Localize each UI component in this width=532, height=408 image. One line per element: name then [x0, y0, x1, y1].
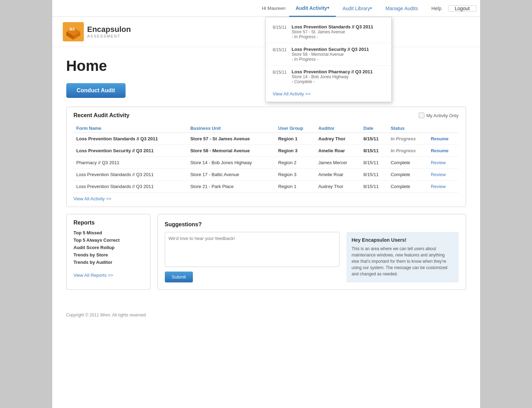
report-item[interactable]: Trends by Auditor: [74, 260, 143, 265]
report-item[interactable]: Trends by Store: [74, 252, 143, 257]
cell-user-group: Region 3: [275, 169, 315, 181]
dropdown-info-3: Loss Prevention Pharmacy // Q3 2011 Stor…: [292, 69, 384, 84]
dropdown-name-1: Loss Prevention Standards // Q3 2011: [292, 24, 384, 29]
report-item[interactable]: Top 5 Missed: [74, 230, 143, 235]
suggestions-form: Submit: [165, 232, 339, 282]
cell-business-unit: Store 21 - Park Place: [188, 181, 276, 193]
col-action: [428, 124, 458, 133]
dropdown-name-3: Loss Prevention Pharmacy // Q3 2011: [292, 69, 384, 74]
dropdown-info-2: Loss Prevention Security // Q3 2011 Stor…: [292, 47, 384, 62]
cell-form-name: Loss Prevention Standards // Q3 2011: [74, 169, 188, 181]
logo-brand: Encapsulon: [87, 25, 131, 34]
suggestions-title: Suggestions?: [165, 221, 459, 228]
cell-date: 8/15/11: [361, 133, 388, 145]
my-activity-checkbox[interactable]: [419, 113, 424, 118]
col-status: Status: [388, 124, 428, 133]
cell-auditor: Amelie Roar: [316, 145, 361, 157]
reports-title: Reports: [74, 220, 143, 226]
tab-logout[interactable]: Logout: [448, 5, 477, 12]
cell-business-unit: Store 17 - Baltic Avenue: [188, 169, 276, 181]
announcement-title: Hey Encapsulon Users!: [352, 237, 453, 243]
cell-status: In Progress: [388, 145, 428, 157]
dropdown-store-3: Store 14 - Bob Jones Highway: [292, 74, 384, 79]
action-link[interactable]: Review: [431, 172, 446, 177]
dropdown-name-2: Loss Prevention Security // Q3 2011: [292, 47, 384, 52]
dropdown-info-1: Loss Prevention Standards // Q3 2011 Sto…: [292, 24, 384, 39]
svg-text:as: as: [69, 26, 75, 32]
recent-audit-section: Recent Audit Activity My Activity Only F…: [66, 107, 466, 207]
cell-action[interactable]: Review: [428, 169, 458, 181]
dropdown-store-2: Store 58 - Memorial Avenue: [292, 52, 384, 57]
cell-business-unit: Store 14 - Bob Jones Highway: [188, 157, 276, 169]
copyright-text: Copyright © 2011 Wren. All rights reserv…: [66, 313, 146, 317]
dropdown-status-2: - In Progress -: [292, 57, 384, 62]
cell-action[interactable]: Resume: [428, 145, 458, 157]
dropdown-date-2: 8/15/11: [273, 47, 288, 62]
reports-panel: Reports Top 5 MissedTop 5 Always Correct…: [66, 214, 150, 290]
cell-action[interactable]: Review: [428, 157, 458, 169]
action-link[interactable]: Resume: [431, 136, 449, 141]
cell-action[interactable]: Resume: [428, 133, 458, 145]
view-all-activity-link[interactable]: View All Activity >>: [74, 196, 112, 201]
cell-form-name: Pharmacy // Q3 2011: [74, 157, 188, 169]
dropdown-view-all-link[interactable]: View All Activity >>: [266, 88, 391, 98]
bottom-panels: Reports Top 5 MissedTop 5 Always Correct…: [66, 214, 466, 290]
tab-help[interactable]: Help: [425, 0, 448, 17]
table-row: Loss Prevention Standards // Q3 2011 Sto…: [74, 181, 459, 193]
nav-tabs: Audit Activity Audit Library Manage Audi…: [289, 0, 477, 17]
audit-table: Form Name Business Unit User Group Audit…: [74, 124, 459, 193]
dropdown-item-3[interactable]: 8/15/11 Loss Prevention Pharmacy // Q3 2…: [266, 66, 391, 88]
cell-status: Complete: [388, 181, 428, 193]
dropdown-item-2[interactable]: 8/15/11 Loss Prevention Security // Q3 2…: [266, 43, 391, 66]
tab-manage-audits[interactable]: Manage Audits: [379, 0, 425, 17]
cell-date: 8/15/11: [361, 145, 388, 157]
announcement-box: Hey Encapsulon Users! This is an area wh…: [346, 232, 459, 282]
announcement-text: This is an area where we can tell users …: [352, 246, 453, 277]
col-form-name: Form Name: [74, 124, 188, 133]
tab-audit-activity[interactable]: Audit Activity: [289, 0, 336, 17]
cell-business-unit: Store 58 - Memorial Avenue: [188, 145, 276, 157]
submit-button[interactable]: Submit: [165, 272, 193, 282]
cell-date: 8/15/11: [361, 181, 388, 193]
my-activity-label: My Activity Only: [426, 113, 459, 118]
view-all-reports-link[interactable]: View All Reports >>: [74, 273, 113, 278]
tab-audit-library[interactable]: Audit Library: [336, 0, 379, 17]
dropdown-store-1: Store 57 - St. James Avenue: [292, 29, 384, 34]
action-link[interactable]: Resume: [431, 148, 449, 153]
suggestions-panel: Suggestions? Submit Hey Encapsulon Users…: [157, 214, 466, 290]
col-auditor: Auditor: [316, 124, 361, 133]
logo-text-block: Encapsulon ASSESSMENT: [87, 26, 131, 38]
conduct-audit-button[interactable]: Conduct Audit: [66, 83, 126, 98]
col-user-group: User Group: [275, 124, 315, 133]
cell-user-group: Region 3: [275, 145, 315, 157]
cell-user-group: Region 1: [275, 133, 315, 145]
action-link[interactable]: Review: [431, 160, 446, 165]
col-business-unit: Business Unit: [188, 124, 276, 133]
cell-user-group: Region 1: [275, 181, 315, 193]
cell-form-name: Loss Prevention Standards // Q3 2011: [74, 133, 188, 145]
col-date: Date: [361, 124, 388, 133]
suggestions-layout: Submit Hey Encapsulon Users! This is an …: [165, 232, 459, 282]
report-item[interactable]: Top 5 Always Correct: [74, 238, 143, 243]
cell-business-unit: Store 57 - St James Avenue: [188, 133, 276, 145]
greeting: Hi Maureen: [262, 6, 285, 11]
dropdown-item-1[interactable]: 8/15/11 Loss Prevention Standards // Q3 …: [266, 21, 391, 43]
cell-date: 8/15/11: [361, 157, 388, 169]
cell-status: Complete: [388, 157, 428, 169]
cell-status: In Progress: [388, 133, 428, 145]
feedback-textarea[interactable]: [165, 232, 339, 267]
cell-date: 8/15/11: [361, 169, 388, 181]
table-row: Loss Prevention Security // Q3 2011 Stor…: [74, 145, 459, 157]
report-item[interactable]: Audit Score Rollup: [74, 245, 143, 250]
cell-auditor: Audrey Thor: [316, 181, 361, 193]
action-link[interactable]: Review: [431, 184, 446, 189]
logo-sub: ASSESSMENT: [87, 34, 131, 38]
cell-auditor: Amelie Roar: [316, 169, 361, 181]
logo-box: as Encapsulon ASSESSMENT: [63, 22, 131, 41]
my-activity-only[interactable]: My Activity Only: [419, 113, 459, 118]
reports-list: Top 5 MissedTop 5 Always CorrectAudit Sc…: [74, 230, 143, 265]
recent-audit-header: Recent Audit Activity My Activity Only: [74, 112, 459, 119]
table-row: Pharmacy // Q3 2011 Store 14 - Bob Jones…: [74, 157, 459, 169]
cell-action[interactable]: Review: [428, 181, 458, 193]
cell-status: Complete: [388, 169, 428, 181]
